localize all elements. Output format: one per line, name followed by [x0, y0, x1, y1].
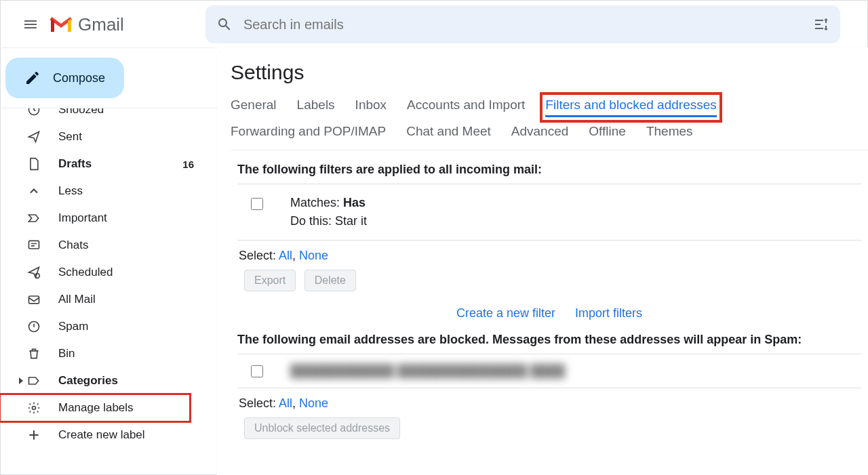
search-icon — [216, 16, 233, 33]
tab-filters-and-blocked-addresses[interactable]: Filters and blocked addresses — [545, 98, 716, 117]
create-filter-link[interactable]: Create a new filter — [456, 306, 555, 320]
filter-checkbox[interactable] — [251, 198, 263, 210]
search-input[interactable] — [243, 17, 813, 33]
select-none-link[interactable]: None — [299, 249, 328, 262]
sidebar-item-chats[interactable]: Chats — [0, 232, 208, 259]
sidebar-item-count: 16 — [182, 159, 194, 170]
filter-action: Do this: Star it — [290, 212, 367, 230]
sidebar-item-spam[interactable]: Spam — [0, 313, 208, 340]
clock-icon — [27, 108, 46, 117]
sidebar-item-all-mail[interactable]: All Mail — [0, 286, 208, 313]
label-icon — [27, 374, 46, 388]
page-title: Settings — [231, 61, 868, 84]
sidebar-item-label: Create new label — [58, 428, 145, 442]
sidebar-item-important[interactable]: Important — [0, 205, 208, 232]
filters-select-row: Select: All, None — [239, 249, 868, 263]
tab-themes[interactable]: Themes — [646, 124, 693, 142]
chat-icon — [27, 239, 46, 252]
sidebar-item-label: Scheduled — [58, 266, 113, 279]
filter-matches-label: Matches: — [290, 196, 343, 209]
sidebar: Compose SnoozedSentDrafts16LessImportant… — [0, 47, 217, 475]
sidebar-item-create-new-label[interactable]: Create new label — [0, 421, 208, 449]
hamburger-icon — [22, 16, 39, 33]
tab-chat-and-meet[interactable]: Chat and Meet — [406, 124, 491, 142]
app-header: Gmail — [1, 1, 867, 48]
gmail-logo[interactable]: Gmail — [50, 14, 124, 35]
tab-accounts-and-import[interactable]: Accounts and Import — [407, 98, 525, 117]
sidebar-item-label: Bin — [58, 347, 75, 360]
tab-general[interactable]: General — [231, 98, 277, 117]
scheduled-icon — [27, 266, 46, 279]
expand-triangle-icon — [19, 377, 23, 384]
sidebar-item-label: Important — [58, 211, 107, 225]
sidebar-item-label: Chats — [58, 239, 88, 252]
blocked-address-row: ████████████ ███████████████ ████ — [237, 354, 861, 388]
gear-icon — [27, 401, 46, 415]
spam-icon — [27, 320, 46, 333]
sidebar-item-scheduled[interactable]: Scheduled — [0, 259, 208, 286]
sidebar-item-less[interactable]: Less — [0, 178, 208, 205]
search-options-icon[interactable] — [813, 16, 829, 33]
sidebar-item-label: Manage labels — [58, 401, 134, 415]
pencil-icon — [24, 70, 41, 86]
sidebar-item-manage-labels[interactable]: Manage labels — [0, 394, 190, 421]
blocked-address-redacted: ████████████ ███████████████ ████ — [290, 364, 565, 378]
select-all-link[interactable]: All — [279, 249, 292, 262]
compose-button[interactable]: Compose — [5, 58, 124, 98]
sidebar-item-label: Snoozed — [58, 108, 104, 117]
sidebar-item-label: Categories — [58, 374, 118, 388]
blocked-select-row: Select: All, None — [239, 396, 868, 411]
all-mail-icon — [27, 293, 46, 306]
blocked-heading: The following email addresses are blocke… — [237, 333, 868, 347]
plus-icon — [27, 428, 46, 442]
delete-button[interactable]: Delete — [304, 270, 356, 291]
tab-forwarding-and-pop-imap[interactable]: Forwarding and POP/IMAP — [231, 124, 386, 142]
sidebar-item-categories[interactable]: Categories — [0, 367, 208, 394]
blocked-select-all-link[interactable]: All — [279, 396, 292, 410]
export-button[interactable]: Export — [244, 270, 296, 291]
blocked-select-none-link[interactable]: None — [299, 396, 328, 410]
filter-matches-value: Has — [343, 196, 366, 209]
filter-row: Matches: Has Do this: Star it — [237, 184, 861, 241]
settings-tabs: GeneralLabelsInboxAccounts and ImportFil… — [231, 98, 868, 150]
tab-labels[interactable]: Labels — [297, 98, 335, 117]
unblock-button[interactable]: Unblock selected addresses — [244, 417, 400, 439]
svg-rect-1 — [29, 241, 39, 249]
sidebar-item-bin[interactable]: Bin — [0, 340, 208, 367]
search-bar[interactable] — [205, 5, 840, 43]
svg-point-5 — [33, 407, 36, 410]
sidebar-item-label: Drafts — [58, 157, 92, 171]
important-icon — [27, 211, 46, 225]
filters-heading: The following filters are applied to all… — [237, 163, 868, 177]
sidebar-item-label: Spam — [58, 320, 88, 333]
sidebar-item-label: Sent — [58, 130, 82, 144]
chevron-up-icon — [27, 184, 46, 198]
svg-rect-3 — [29, 296, 39, 304]
sidebar-item-snoozed[interactable]: Snoozed — [0, 108, 208, 123]
tab-advanced[interactable]: Advanced — [511, 124, 569, 142]
compose-label: Compose — [53, 71, 105, 85]
main-menu-button[interactable] — [14, 8, 47, 41]
tab-inbox[interactable]: Inbox — [355, 98, 387, 117]
trash-icon — [27, 347, 46, 360]
draft-icon — [27, 157, 46, 171]
brand-text: Gmail — [78, 14, 124, 35]
sidebar-item-drafts[interactable]: Drafts16 — [0, 150, 208, 178]
sidebar-item-sent[interactable]: Sent — [0, 123, 208, 150]
blocked-checkbox[interactable] — [251, 365, 263, 377]
gmail-icon — [50, 16, 73, 33]
sidebar-item-label: All Mail — [58, 293, 96, 306]
import-filters-link[interactable]: Import filters — [575, 306, 642, 320]
send-icon — [27, 130, 46, 144]
settings-panel: Settings GeneralLabelsInboxAccounts and … — [217, 47, 868, 475]
sidebar-item-label: Less — [58, 184, 83, 198]
tab-offline[interactable]: Offline — [589, 124, 626, 142]
